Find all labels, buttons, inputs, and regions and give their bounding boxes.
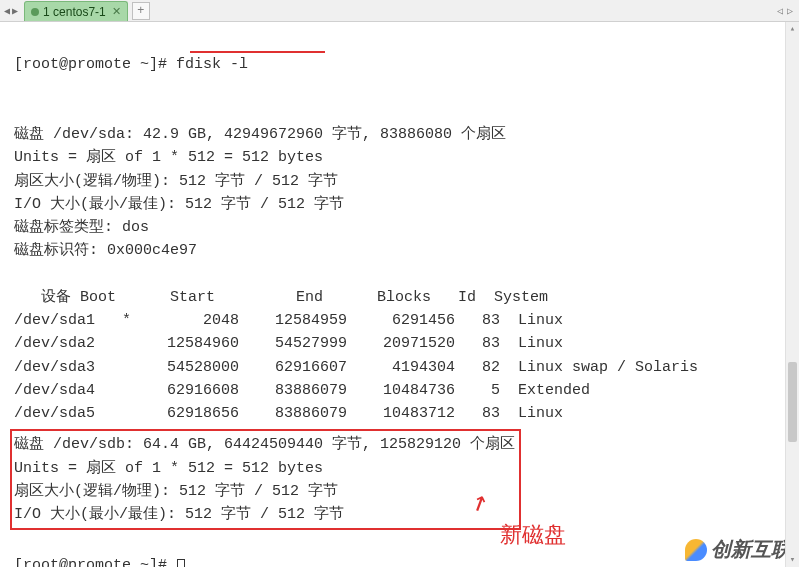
tab-scroll-right-icon[interactable]: ▷ [787,5,793,17]
sdb-line3: 扇区大小(逻辑/物理): 512 字节 / 512 字节 [14,483,338,500]
vertical-scrollbar[interactable]: ▴ ▾ [785,22,799,567]
partition-row: /dev/sda5 62918656 83886079 10483712 83 … [14,405,563,422]
partition-header: 设备 Boot Start End Blocks Id System [14,289,548,306]
sda-line3: 扇区大小(逻辑/物理): 512 字节 / 512 字节 [14,173,338,190]
tab-prev-icon[interactable]: ◀ [4,5,10,17]
sda-line6: 磁盘标识符: 0x000c4e97 [14,242,197,259]
logo-icon [685,539,707,561]
underline-annotation [190,51,325,53]
tab-scroll-left-icon[interactable]: ◁ [777,5,783,17]
close-icon[interactable]: ✕ [112,5,121,18]
sda-line2: Units = 扇区 of 1 * 512 = 512 bytes [14,149,323,166]
sda-line5: 磁盘标签类型: dos [14,219,149,236]
scroll-thumb[interactable] [788,362,797,442]
prompt: [root@promote ~]# [14,56,176,73]
highlight-box: 磁盘 /dev/sdb: 64.4 GB, 64424509440 字节, 12… [10,429,521,530]
terminal-output[interactable]: [root@promote ~]# fdisk -l 磁盘 /dev/sda: … [0,22,799,567]
watermark: 创新互联 [685,536,791,563]
sdb-line1: 磁盘 /dev/sdb: 64.4 GB, 64424509440 字节, 12… [14,436,515,453]
partition-row: /dev/sda1 * 2048 12584959 6291456 83 Lin… [14,312,563,329]
sdb-line2: Units = 扇区 of 1 * 512 = 512 bytes [14,460,323,477]
partition-row: /dev/sda2 12584960 54527999 20971520 83 … [14,335,563,352]
tab-bar: ◀ ▶ 1 centos7-1 ✕ + ◁ ▷ [0,0,799,22]
new-tab-button[interactable]: + [132,2,150,20]
sda-line4: I/O 大小(最小/最佳): 512 字节 / 512 字节 [14,196,344,213]
scroll-down-icon[interactable]: ▾ [786,553,799,567]
sda-line1: 磁盘 /dev/sda: 42.9 GB, 42949672960 字节, 83… [14,126,506,143]
tab-label: 1 centos7-1 [43,5,106,19]
partition-row: /dev/sda4 62916608 83886079 10484736 5 E… [14,382,590,399]
watermark-text: 创新互联 [711,536,791,563]
sdb-line4: I/O 大小(最小/最佳): 512 字节 / 512 字节 [14,506,344,523]
prompt: [root@promote ~]# [14,557,176,568]
cursor-icon [177,559,185,568]
scroll-up-icon[interactable]: ▴ [786,22,799,36]
tab-next-icon[interactable]: ▶ [12,5,18,17]
tab-session-1[interactable]: 1 centos7-1 ✕ [24,1,128,21]
partition-row: /dev/sda3 54528000 62916607 4194304 82 L… [14,359,698,376]
annotation-label: 新磁盘 [500,520,566,550]
status-dot-icon [31,8,39,16]
command: fdisk -l [176,56,248,73]
